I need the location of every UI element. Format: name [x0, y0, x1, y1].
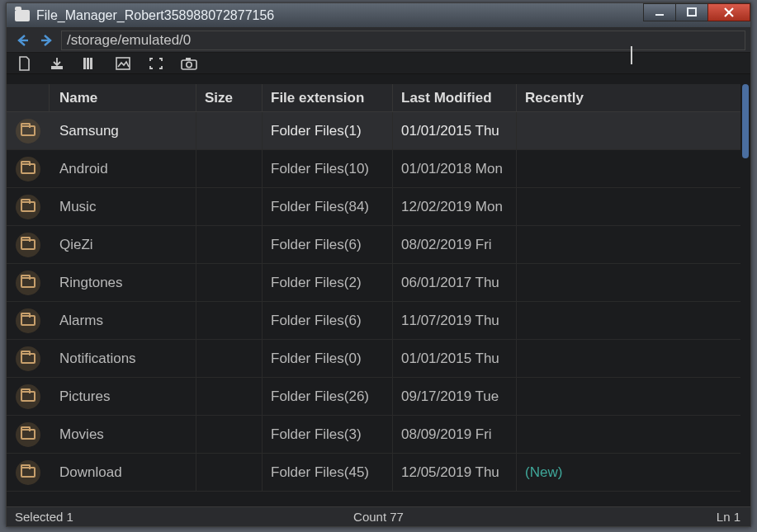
app-icon [15, 10, 30, 21]
column-recently[interactable]: Recently [517, 84, 599, 111]
folder-icon [16, 271, 40, 295]
titlebar[interactable]: File_Manager_Robert358988072877156 [7, 3, 750, 28]
storage-button[interactable] [15, 55, 33, 72]
camera-button[interactable] [180, 55, 198, 72]
text-cursor-icon [631, 46, 632, 64]
row-icon-cell [7, 226, 50, 263]
svg-rect-12 [186, 58, 191, 60]
download-icon [50, 56, 64, 71]
folder-icon [16, 195, 40, 219]
close-button[interactable] [707, 3, 750, 21]
row-name: Movies [50, 416, 196, 453]
row-icon-cell [7, 112, 50, 149]
folder-icon [16, 384, 40, 409]
svg-rect-0 [655, 14, 664, 16]
svg-rect-1 [688, 8, 696, 16]
status-count: Count 77 [353, 510, 404, 524]
row-modified: 01/01/2015 Thu [393, 340, 517, 377]
back-button[interactable] [12, 31, 33, 50]
download-button[interactable] [48, 55, 66, 72]
table-row[interactable]: QieZiFolder Files(6)08/02/2019 Fri [7, 226, 740, 264]
row-modified: 09/17/2019 Tue [393, 378, 517, 415]
row-modified: 06/01/2017 Thu [393, 264, 517, 301]
row-icon-cell [7, 264, 50, 301]
row-name: Samsung [50, 112, 196, 149]
table-body: SamsungFolder Files(1)01/01/2015 ThuAndr… [7, 112, 740, 492]
row-icon-cell [7, 416, 50, 453]
table-row[interactable]: NotificationsFolder Files(0)01/01/2015 T… [7, 340, 740, 378]
row-size [196, 264, 263, 301]
row-name: Alarms [50, 302, 196, 339]
svg-point-13 [187, 62, 192, 67]
window-title: File_Manager_Robert358988072877156 [36, 8, 274, 23]
row-recently [517, 226, 599, 263]
column-name[interactable]: Name [50, 84, 196, 111]
row-recently [517, 112, 599, 149]
row-icon-cell [7, 378, 50, 415]
sdcard-icon [17, 56, 31, 71]
row-size [196, 340, 263, 377]
row-modified: 08/02/2019 Fri [393, 226, 517, 263]
row-ext: Folder Files(84) [263, 188, 393, 225]
row-modified: 01/01/2015 Thu [393, 112, 517, 149]
row-recently [517, 188, 599, 225]
row-name: Music [50, 188, 196, 225]
maximize-button[interactable] [675, 3, 708, 21]
table-row[interactable]: DownloadFolder Files(45)12/05/2019 Thu(N… [7, 454, 740, 492]
row-name: Notifications [50, 340, 196, 377]
row-size [196, 226, 263, 263]
row-recently [517, 302, 599, 339]
row-recently [517, 416, 599, 453]
row-recently [517, 378, 599, 415]
row-modified: 11/07/2019 Thu [393, 302, 517, 339]
row-size [196, 454, 263, 491]
status-selected: Selected 1 [15, 510, 73, 524]
column-size[interactable]: Size [196, 84, 263, 111]
column-icon[interactable] [7, 84, 50, 111]
toolbar [7, 53, 750, 74]
row-name: QieZi [50, 226, 196, 263]
path-input[interactable] [61, 31, 745, 50]
row-modified: 12/05/2019 Thu [393, 454, 517, 491]
close-icon [722, 6, 736, 19]
forward-button[interactable] [36, 31, 58, 50]
status-line: Ln 1 [717, 510, 740, 524]
table-row[interactable]: SamsungFolder Files(1)01/01/2015 Thu [7, 112, 740, 150]
table-row[interactable]: PicturesFolder Files(26)09/17/2019 Tue [7, 378, 740, 416]
row-size [196, 416, 263, 453]
list-view-button[interactable] [81, 55, 99, 72]
row-name: Download [50, 454, 196, 491]
image-icon [116, 57, 130, 70]
column-ext[interactable]: File extension [263, 84, 393, 111]
table-row[interactable]: AndroidFolder Files(10)01/01/2018 Mon [7, 150, 740, 188]
row-icon-cell [7, 150, 50, 187]
row-icon-cell [7, 302, 50, 339]
minimize-button[interactable] [643, 3, 676, 21]
column-modified[interactable]: Last Modified [393, 84, 517, 111]
app-window: File_Manager_Robert358988072877156 [6, 2, 751, 527]
vertical-scrollbar[interactable] [742, 84, 749, 158]
row-size [196, 378, 263, 415]
svg-rect-9 [90, 58, 92, 69]
row-icon-cell [7, 454, 50, 491]
fullscreen-icon [149, 57, 163, 70]
table-row[interactable]: RingtonesFolder Files(2)06/01/2017 Thu [7, 264, 740, 302]
table-row[interactable]: MoviesFolder Files(3)08/09/2019 Fri [7, 416, 740, 454]
table-row[interactable]: AlarmsFolder Files(6)11/07/2019 Thu [7, 302, 740, 340]
row-name: Ringtones [50, 264, 196, 301]
folder-icon [16, 157, 40, 181]
row-modified: 01/01/2018 Mon [393, 150, 517, 187]
image-view-button[interactable] [114, 55, 132, 72]
row-recently: (New) [517, 454, 599, 491]
navbar [7, 28, 750, 53]
file-table: Name Size File extension Last Modified R… [7, 84, 740, 506]
statusbar: Selected 1 Count 77 Ln 1 [7, 506, 750, 526]
table-row[interactable]: MusicFolder Files(84)12/02/2019 Mon [7, 188, 740, 226]
maximize-icon [686, 7, 698, 18]
row-ext: Folder Files(6) [263, 302, 393, 339]
fullscreen-button[interactable] [147, 55, 165, 72]
row-size [196, 302, 263, 339]
row-icon-cell [7, 340, 50, 377]
row-recently [517, 340, 599, 377]
folder-icon [16, 308, 40, 333]
